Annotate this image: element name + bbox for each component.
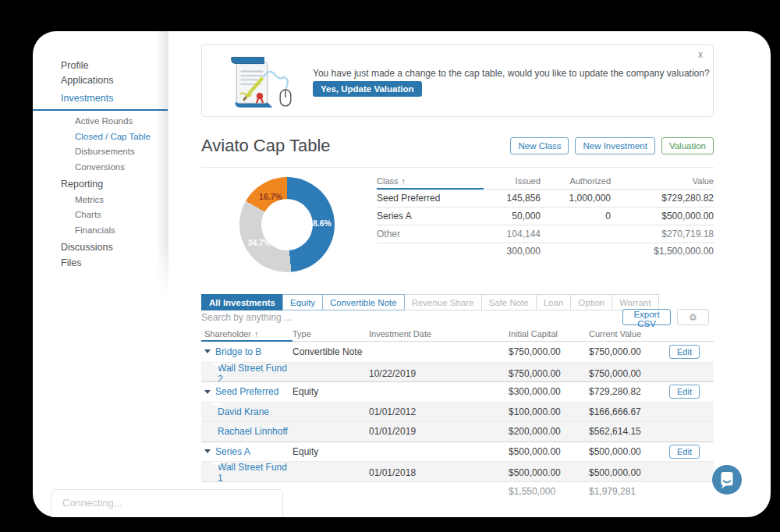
sidebar-item-closed-cap-table[interactable]: Closed / Cap Table [61, 129, 168, 144]
sidebar-item-conversions[interactable]: Conversions [61, 159, 168, 175]
investment-date-cell: 10/22/2019 [369, 368, 509, 379]
sidebar-item-discussions[interactable]: Discussions [61, 240, 168, 256]
tab-warrant: Warrant [612, 294, 658, 310]
investments-table-header: Shareholder↑TypeInvestment DateInitial C… [201, 326, 714, 342]
investment-row: Rachael Linnhoff01/01/2019$200,000.00$56… [201, 421, 714, 442]
column-header-value[interactable]: Value [611, 176, 714, 186]
class-row: Seed Preferred145,8561,000,000$729,280.8… [377, 190, 714, 207]
value-cell: $500,000.00 [611, 211, 714, 222]
initial-capital-cell: $500,000.00 [509, 446, 589, 457]
class-name-cell: Seed Preferred [377, 193, 486, 204]
tab-all-investments[interactable]: All Investments [201, 294, 283, 310]
shareholder-link[interactable]: Seed Preferred [215, 386, 278, 397]
current-value-cell: $500,000.00 [589, 467, 669, 478]
new-class-button[interactable]: New Class [510, 137, 569, 154]
title-divider [201, 167, 714, 168]
shareholder-cell: Seed Preferred [201, 386, 292, 397]
edit-button[interactable]: Edit [669, 385, 700, 399]
chat-status-box: Connecting... [51, 489, 283, 517]
banner-message: You have just made a change to the cap t… [313, 68, 710, 79]
type-cell: Equity [292, 446, 369, 457]
page-title: Aviato Cap Table [201, 136, 331, 156]
column-header-issued[interactable]: Issued [486, 176, 541, 186]
total-value-cell: $1,500,000.00 [611, 246, 714, 257]
sidebar-item-active-rounds[interactable]: Active Rounds [61, 114, 168, 129]
edit-button[interactable]: Edit [669, 345, 700, 359]
tab-convertible-note[interactable]: Convertible Note [322, 294, 405, 310]
sidebar-item-charts[interactable]: Charts [61, 207, 168, 223]
initial-capital-cell: $750,000.00 [509, 346, 589, 357]
sidebar-item-investments[interactable]: Investments [61, 90, 168, 106]
export-csv-button[interactable]: Export CSV [622, 309, 671, 325]
class-summary-table: Class↑IssuedAuthorizedValueSeed Preferre… [377, 172, 714, 259]
chat-bubble-icon [711, 464, 743, 495]
sidebar-item-metrics[interactable]: Metrics [61, 192, 168, 207]
valuation-button[interactable]: Valuation [661, 137, 714, 154]
sidebar-item-applications[interactable]: Applications [61, 73, 168, 89]
update-valuation-button[interactable]: Yes, Update Valuation [313, 81, 422, 97]
sidebar-item-financials[interactable]: Financials [61, 222, 168, 238]
shareholder-link[interactable]: David Krane [218, 406, 269, 417]
sidebar-item-reporting[interactable]: Reporting [61, 177, 168, 193]
value-cell: $729,280.82 [611, 193, 714, 204]
column-header-authorized[interactable]: Authorized [541, 176, 611, 186]
chevron-down-icon[interactable] [204, 390, 211, 394]
new-investment-button[interactable]: New Investment [575, 137, 654, 154]
initial-capital-cell: $1,550,000 [509, 486, 589, 497]
shareholder-link[interactable]: Rachael Linnhoff [218, 426, 288, 437]
column-header-investment-date[interactable]: Investment Date [369, 329, 509, 339]
investment-date-cell: 01/01/2012 [369, 406, 509, 417]
sidebar-divider [156, 31, 168, 296]
shareholder-link[interactable]: Bridge to B [215, 346, 261, 357]
chevron-down-icon[interactable] [204, 349, 211, 353]
tab-equity[interactable]: Equity [282, 294, 323, 310]
column-header-class[interactable]: Class↑ [377, 176, 486, 186]
authorized-cell: 1,000,000 [541, 193, 611, 204]
investment-row: Seed PreferredEquity$300,000.00$729,280.… [201, 381, 714, 402]
type-cell: Convertible Note [292, 346, 369, 357]
title-actions: New ClassNew InvestmentValuation [510, 137, 714, 154]
value-cell: $270,719.18 [611, 229, 714, 239]
current-value-cell: $500,000.00 [589, 446, 669, 457]
issued-cell: 145,856 [486, 193, 541, 204]
type-cell: Equity [292, 386, 369, 397]
gear-icon[interactable]: ⚙ [677, 309, 709, 325]
shareholder-link[interactable]: Series A [215, 446, 250, 457]
investments-table: Shareholder↑TypeInvestment DateInitial C… [201, 326, 714, 501]
donut-slice-label: 48.6% [308, 218, 332, 228]
initial-capital-cell: $750,000.00 [509, 368, 589, 379]
tab-revenue-share: Revenue Share [404, 294, 482, 310]
current-value-cell: $166,666.67 [589, 406, 669, 417]
issued-cell: 50,000 [486, 211, 541, 222]
close-icon[interactable]: x [698, 49, 703, 60]
valuation-banner: You have just made a change to the cap t… [201, 44, 714, 117]
column-header-initial-capital[interactable]: Initial Capital [509, 329, 589, 339]
sidebar-item-files[interactable]: Files [61, 255, 168, 271]
initial-capital-cell: $300,000.00 [509, 386, 589, 397]
class-name-cell: Other [377, 229, 486, 239]
column-header-shareholder[interactable]: Shareholder↑ [201, 329, 292, 339]
chat-launcher-button[interactable] [711, 464, 743, 495]
issued-cell: 104,144 [486, 229, 541, 239]
initial-capital-cell: $200,000.00 [509, 426, 589, 437]
chevron-down-icon[interactable] [204, 449, 211, 453]
contract-illustration-icon [221, 53, 299, 112]
current-value-cell: $562,614.15 [589, 426, 669, 437]
shareholder-cell: Rachael Linnhoff [201, 426, 292, 437]
edit-button[interactable]: Edit [669, 445, 700, 459]
column-header-type[interactable]: Type [292, 329, 369, 339]
current-value-cell: $750,000.00 [589, 346, 669, 357]
sidebar-nav: ProfileApplicationsInvestmentsActive Rou… [33, 31, 168, 271]
column-header-current-value[interactable]: Current Value [589, 329, 669, 339]
sidebar-item-profile[interactable]: Profile [61, 58, 168, 73]
investment-row: Wall Street Fund 101/01/2018$500,000.00$… [201, 461, 714, 481]
search-input[interactable] [201, 312, 435, 323]
sidebar-item-disbursements[interactable]: Disbursements [61, 144, 168, 160]
class-table-total-row: 300,000$1,500,000.00 [377, 243, 714, 259]
investment-row: David Krane01/01/2012$100,000.00$166,666… [201, 402, 714, 422]
investment-date-cell: 01/01/2019 [369, 426, 509, 437]
sidebar-active-section-rule [33, 109, 168, 111]
investment-type-tabs: All InvestmentsEquityConvertible NoteRev… [201, 294, 659, 310]
class-name-cell: Series A [377, 211, 486, 222]
investment-date-cell: 01/01/2018 [369, 467, 509, 478]
